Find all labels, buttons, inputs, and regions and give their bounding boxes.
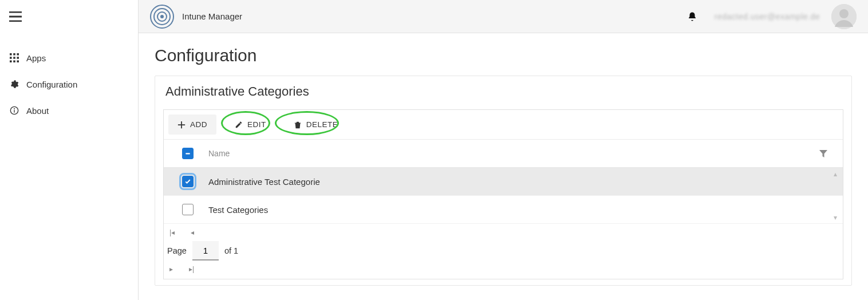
table-row[interactable]: Test Categories [164,196,843,224]
panel-admin-categories: Administrative Categories ADD EDIT [155,76,852,286]
sidebar-item-configuration[interactable]: Configuration [0,71,138,97]
sidebar-item-apps[interactable]: Apps [0,45,138,71]
pager-prev-icon[interactable]: ◂ [191,228,194,236]
svg-rect-18 [186,153,190,154]
hamburger-menu-icon[interactable] [9,11,22,22]
edit-button[interactable]: EDIT [226,115,275,135]
grid-header: Name [164,140,843,168]
pager-nav-top: |◂ ◂ [164,224,843,236]
svg-rect-4 [13,57,15,59]
edit-button-label: EDIT [247,120,266,129]
row-name: Test Categories [205,205,836,215]
notifications-bell-icon[interactable] [687,11,697,22]
svg-rect-7 [13,60,15,62]
pager-nav-bottom: ▸ ▸| [164,264,843,279]
sidebar-item-label: Configuration [26,80,77,89]
svg-rect-11 [14,110,14,113]
svg-rect-3 [10,57,12,59]
trash-icon [294,121,302,129]
page-title: Configuration [155,46,852,65]
plus-icon [177,121,186,129]
svg-rect-1 [13,53,15,56]
svg-rect-8 [17,60,19,62]
pencil-icon [235,121,243,129]
filter-icon[interactable] [819,149,828,158]
svg-rect-5 [17,57,19,59]
main-area: Intune Manager redacted.user@example.de … [139,0,868,300]
sidebar: Apps Configuration About [0,0,139,300]
svg-rect-6 [10,60,12,62]
app-title: Intune Manager [182,11,242,21]
top-bar: Intune Manager redacted.user@example.de [139,0,868,33]
pager: Page of 1 [164,236,843,264]
row-checkbox[interactable] [182,204,194,215]
svg-point-10 [14,108,15,109]
sidebar-item-about[interactable]: About [0,97,138,124]
app-logo-icon [150,5,174,29]
grid: ADD EDIT DELETE [163,109,843,279]
user-email: redacted.user@example.de [715,12,820,21]
row-name: Administrative Test Categorie [205,177,836,187]
panel-title: Administrative Categories [155,76,851,109]
add-button[interactable]: ADD [168,115,216,135]
table-row[interactable]: Administrative Test Categorie [164,168,843,196]
sidebar-item-label: About [26,106,49,116]
user-avatar-icon[interactable] [831,4,857,29]
pager-last-icon[interactable]: ▸| [189,265,194,273]
svg-rect-0 [10,53,12,56]
select-all-checkbox[interactable] [182,148,194,159]
svg-rect-2 [17,53,19,56]
pager-current-input[interactable] [192,241,219,260]
delete-button[interactable]: DELETE [285,115,348,135]
grid-body: Administrative Test Categorie Test Categ… [164,168,843,224]
delete-button-label: DELETE [306,120,338,129]
content: Configuration Administrative Categories … [139,33,868,300]
pager-of-label: of 1 [224,246,238,255]
info-icon [9,105,19,116]
row-checkbox[interactable] [182,176,194,187]
scroll-down-icon[interactable]: ▾ [834,214,842,222]
svg-point-15 [160,15,164,18]
column-header-name[interactable]: Name [205,149,811,158]
apps-grid-icon [9,53,19,63]
pager-next-icon[interactable]: ▸ [169,265,173,273]
scroll-up-icon[interactable]: ▴ [834,170,842,178]
add-button-label: ADD [190,120,207,129]
svg-point-17 [839,9,849,18]
pager-page-label: Page [167,246,187,255]
sidebar-item-label: Apps [26,53,46,63]
gear-icon [9,79,19,89]
grid-toolbar: ADD EDIT DELETE [164,110,843,140]
pager-first-icon[interactable]: |◂ [169,228,175,236]
